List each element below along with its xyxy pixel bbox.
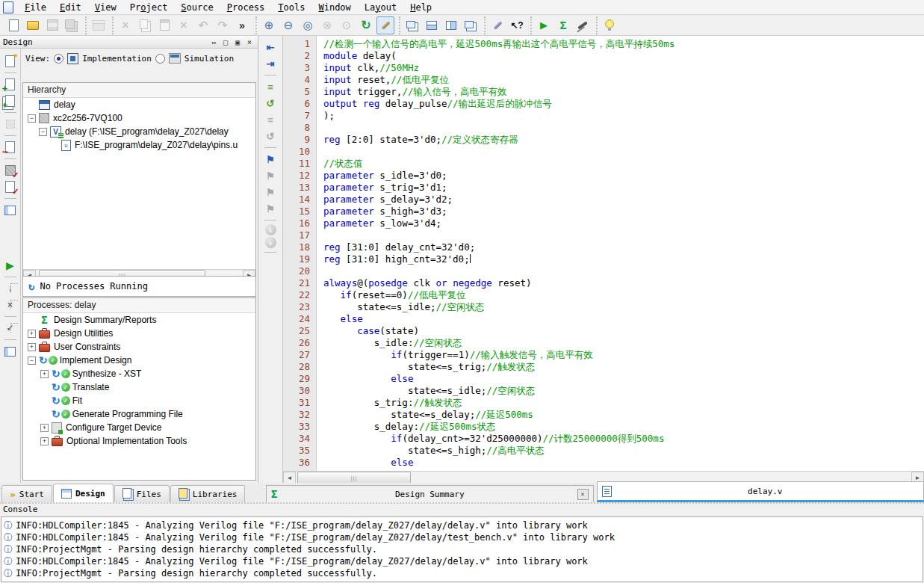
design-summary-icon[interactable]: Σ: [554, 16, 572, 34]
code-line-text[interactable]: if(trigger==1)//输入触发信号，高电平有效: [317, 349, 593, 360]
redo-icon[interactable]: ↷: [214, 16, 232, 34]
code-line-text[interactable]: //状态值: [317, 158, 363, 169]
new-file-icon[interactable]: [4, 16, 22, 34]
menu-window[interactable]: Window: [311, 1, 357, 13]
lines-muted-icon[interactable]: ≡: [262, 112, 279, 127]
menu-view[interactable]: View: [88, 1, 123, 13]
layout-view-icon[interactable]: [3, 203, 18, 218]
process-verify-process-icon[interactable]: ✓: [3, 321, 18, 336]
open-folder-icon[interactable]: [24, 16, 42, 34]
tab-design[interactable]: Design: [53, 484, 114, 502]
nav-forward-icon[interactable]: ›: [265, 237, 276, 248]
redo-lines-muted-icon[interactable]: ↺: [262, 129, 279, 144]
analyze-icon[interactable]: [574, 16, 592, 34]
code-line-text[interactable]: else: [317, 373, 413, 384]
tile-vertical-icon[interactable]: [442, 16, 460, 34]
code-line-text[interactable]: else: [317, 457, 413, 468]
process-play-icon[interactable]: ▶: [3, 258, 18, 273]
editor-tab-design-summary[interactable]: ΣDesign Summary×: [266, 485, 594, 502]
new-source-icon[interactable]: [3, 54, 18, 69]
panel-resize-button[interactable]: ↔: [208, 37, 219, 47]
code-line-text[interactable]: state<=s_high;//高电平状态: [317, 445, 545, 456]
process-design-utilities[interactable]: +Design Utilities: [23, 327, 255, 340]
refresh-icon[interactable]: ↻: [357, 16, 375, 34]
zoom-full-icon[interactable]: ⊗: [318, 16, 336, 34]
tree-expander[interactable]: +: [40, 437, 49, 445]
cut-icon[interactable]: [117, 16, 134, 34]
code-line-text[interactable]: input clk,//50MHz: [317, 62, 419, 73]
nav-back-icon[interactable]: ‹: [265, 224, 276, 235]
settings-wrench-icon[interactable]: [489, 16, 506, 34]
more-icon[interactable]: »: [233, 16, 251, 34]
tree-expander[interactable]: −: [28, 114, 36, 123]
process-translate[interactable]: ↻✓Translate: [23, 380, 255, 394]
code-line-text[interactable]: case(state): [317, 325, 419, 336]
tab-libraries[interactable]: Libraries: [170, 485, 246, 502]
close-icon[interactable]: ×: [577, 489, 589, 500]
code-line-text[interactable]: //检测一个输入信号的高电平，延迟500ms再输出这个高电平信号，高电平持续50…: [317, 38, 675, 49]
code-line-text[interactable]: state<=s_idle;//空闲状态: [317, 301, 485, 312]
code-line-text[interactable]: if(delay_cnt>=32'd25000000)//计数25000000得…: [317, 433, 664, 444]
tree-expander[interactable]: +: [40, 424, 49, 432]
code-line-text[interactable]: input trigger,//输入信号，高电平有效: [317, 86, 506, 97]
code-line-text[interactable]: [317, 229, 323, 241]
print-icon[interactable]: [90, 16, 108, 34]
bookmark-icon[interactable]: ⚑: [262, 152, 279, 167]
code-line-text[interactable]: reg [2:0] state=3'd0;//定义状态寄存器: [317, 134, 518, 145]
process-generate-programming-file[interactable]: ↻✓Generate Programming File: [23, 407, 255, 421]
process-implement-design[interactable]: −↻✓Implement Design: [23, 354, 255, 367]
view-radio-implementation[interactable]: [54, 54, 63, 64]
view-radio-simulation[interactable]: [155, 54, 165, 64]
cascade-windows-icon[interactable]: [403, 16, 421, 34]
menu-process[interactable]: Process: [220, 1, 272, 13]
tree-expander[interactable]: +: [28, 343, 36, 351]
hierarchy-item-delay[interactable]: −Vdelay (F:\ISE_program\delay_Z027\delay: [23, 125, 255, 138]
code-line-text[interactable]: parameter s_delay=3'd2;: [317, 194, 453, 205]
process-configure-target-device[interactable]: +Configure Target Device: [23, 421, 255, 434]
manage-partitions-icon[interactable]: [3, 117, 18, 132]
bookmark-clear-icon[interactable]: ⚑: [262, 201, 279, 216]
tree-expander[interactable]: +: [40, 370, 49, 378]
save-icon[interactable]: [43, 16, 61, 34]
code-line-text[interactable]: [317, 122, 323, 133]
hierarchy-item-xc2c256-7vq100[interactable]: −xc2c256-7VQ100: [23, 111, 255, 125]
hint-icon[interactable]: [601, 16, 618, 34]
tree-expander[interactable]: +: [28, 330, 36, 338]
zoom-out-icon[interactable]: ⊖: [279, 16, 297, 34]
code-line-text[interactable]: state<=s_delay;//延迟500ms: [317, 409, 533, 420]
code-line-text[interactable]: state<=s_trig;//触发状态: [317, 361, 535, 372]
menu-source[interactable]: Source: [174, 1, 220, 13]
undo-icon[interactable]: ↶: [194, 16, 212, 34]
menu-layout[interactable]: Layout: [358, 1, 403, 13]
code-line-text[interactable]: [317, 265, 323, 277]
process-synthesize-xst[interactable]: +↻✓Synthesize - XST: [23, 367, 255, 380]
panel-restore-button[interactable]: ▣: [232, 37, 243, 47]
panel-close-button[interactable]: ×: [244, 37, 255, 47]
undo-lines-icon[interactable]: ↺: [262, 96, 279, 111]
remove-source-icon[interactable]: [3, 140, 18, 155]
hierarchy-item-delay[interactable]: delay: [23, 98, 255, 111]
code-line-text[interactable]: output reg delay_pulse//输出延迟后的脉冲信号: [317, 98, 552, 109]
save-all-icon[interactable]: [63, 16, 81, 34]
edit-wrench-icon[interactable]: [376, 16, 394, 34]
menu-tools[interactable]: Tools: [271, 1, 311, 13]
hierarchy-item-f-ise-program-delay-z027-delay-pins-u[interactable]: uF:\ISE_program\delay_Z027\delay\pins.u: [23, 138, 255, 152]
tree-expander[interactable]: −: [39, 128, 47, 136]
code-line-text[interactable]: reg [31:0] delay_cnt=32'd0;: [317, 241, 475, 253]
tree-expander[interactable]: −: [28, 357, 36, 365]
panel-float-button[interactable]: □: [220, 37, 231, 47]
code-line-text[interactable]: parameter s_low=3'd4;: [317, 218, 441, 229]
code-line-text[interactable]: state<=s_idle;//空闲状态: [317, 385, 535, 396]
tab-start[interactable]: »Start: [1, 485, 52, 502]
code-line-text[interactable]: [317, 146, 323, 157]
menu-edit[interactable]: Edit: [53, 1, 88, 13]
zoom-search-icon[interactable]: ⊙: [338, 16, 356, 34]
code-line-text[interactable]: parameter s_idle=3'd0;: [317, 170, 447, 181]
bookmark-prev-icon[interactable]: ⚑: [262, 185, 279, 200]
code-line-text[interactable]: always@(posedge clk or negedge reset): [317, 277, 532, 289]
process-stop-process-icon[interactable]: ×: [3, 297, 18, 312]
code-line-text[interactable]: input reset,//低电平复位: [317, 74, 449, 85]
process-optional-implementation-tools[interactable]: +Optional Implementation Tools: [23, 434, 255, 448]
process-design-summary-reports[interactable]: ΣDesign Summary/Reports: [23, 313, 255, 327]
add-copy-of-source-icon[interactable]: [3, 93, 18, 108]
